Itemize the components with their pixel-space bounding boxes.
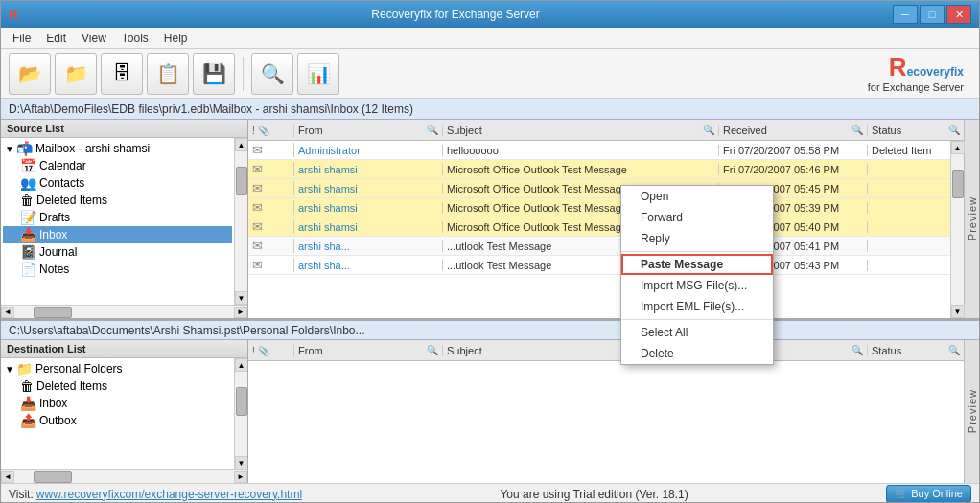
- dest-scroll-right[interactable]: ►: [234, 471, 247, 483]
- email-row-4[interactable]: ✉ arshi shamsi Microsoft Office Outlook …: [248, 198, 964, 217]
- tree-item-deleted[interactable]: 🗑 Deleted Items: [3, 192, 232, 209]
- ctx-reply[interactable]: Reply: [621, 228, 773, 249]
- scroll-left-arrow[interactable]: ◄: [1, 307, 14, 318]
- tree-item-contacts[interactable]: 👥 Contacts: [3, 174, 232, 192]
- scroll-thumb[interactable]: [236, 167, 247, 195]
- dest-tree-item-deleted[interactable]: 🗑 Deleted Items: [3, 377, 232, 395]
- col-header-status: Status 🔍: [868, 125, 964, 136]
- dest-tree-item-folders[interactable]: ▼ 📁 Personal Folders: [3, 360, 232, 377]
- tree-item-journal[interactable]: 📓 Journal: [3, 243, 232, 261]
- menu-file[interactable]: File: [5, 30, 38, 47]
- scroll-down-arrow[interactable]: ▼: [235, 291, 248, 305]
- open-edb-button[interactable]: 📂: [9, 53, 51, 95]
- email-row-1[interactable]: ✉ Administrator helloooooo Fri 07/20/200…: [248, 141, 964, 160]
- email-rows: ✉ Administrator helloooooo Fri 07/20/200…: [248, 141, 964, 318]
- logo-text: ecoveryfix: [907, 65, 964, 79]
- dest-scroll-thumb[interactable]: [236, 387, 247, 416]
- menu-tools[interactable]: Tools: [114, 30, 156, 47]
- tree-item-inbox[interactable]: 📥 Inbox: [3, 226, 232, 243]
- source-h-scrollbar[interactable]: ◄ ►: [1, 305, 247, 318]
- tree-item-mailbox[interactable]: ▼ 📬 Mailbox - arshi shamsi: [3, 140, 232, 157]
- buy-online-button[interactable]: 🛒 Buy Online: [886, 485, 971, 503]
- search-button[interactable]: 🔍: [251, 53, 293, 95]
- report-button[interactable]: 📊: [297, 53, 339, 95]
- subject-search-icon[interactable]: 🔍: [703, 125, 714, 135]
- database-button[interactable]: 🗄: [101, 53, 143, 95]
- col-header-subject: Subject 🔍: [443, 125, 719, 136]
- tree-item-drafts[interactable]: 📝 Drafts: [3, 209, 232, 226]
- visit-label: Visit:: [9, 488, 34, 501]
- open-button[interactable]: 📁: [55, 53, 97, 95]
- row2-icons: ✉: [248, 162, 294, 176]
- ctx-open[interactable]: Open: [621, 186, 773, 207]
- h-scroll-thumb[interactable]: [34, 307, 72, 318]
- dest-h-scrollbar[interactable]: ◄ ►: [1, 469, 247, 483]
- personal-folders-icon: 📁: [16, 361, 33, 377]
- tree-item-calendar[interactable]: 📅 Calendar: [3, 157, 232, 174]
- dest-email-header: ! 📎 From 🔍 Subject Received 🔍 Status: [248, 340, 964, 361]
- maximize-button[interactable]: □: [920, 5, 945, 24]
- dest-scroll-down[interactable]: ▼: [235, 456, 248, 469]
- close-button[interactable]: ✕: [946, 5, 971, 24]
- deleted-icon: 🗑: [20, 193, 34, 208]
- status-link[interactable]: www.recoveryfixcom/exchange-server-recov…: [36, 488, 302, 501]
- row6-from: arshi sha...: [294, 240, 443, 252]
- row1-icons: ✉: [248, 143, 294, 157]
- menu-view[interactable]: View: [74, 30, 114, 47]
- tree-item-notes[interactable]: 📄 Notes: [3, 261, 232, 278]
- email-scroll-down[interactable]: ▼: [951, 305, 965, 318]
- received-search-icon[interactable]: 🔍: [852, 125, 863, 135]
- email-row-2[interactable]: ✉ arshi shamsi Microsoft Office Outlook …: [248, 160, 964, 179]
- dest-from-search-icon[interactable]: 🔍: [427, 345, 438, 355]
- dest-scroll-left[interactable]: ◄: [1, 471, 14, 483]
- path-bar: D:\Aftab\DemoFiles\EDB files\priv1.edb\M…: [1, 99, 979, 120]
- dest-scrollbar[interactable]: ▲ ▼: [234, 358, 247, 469]
- journal-icon: 📓: [20, 244, 36, 260]
- contacts-icon: 👥: [20, 175, 36, 191]
- ctx-select-all[interactable]: Select All: [621, 322, 773, 343]
- scroll-right-arrow[interactable]: ►: [234, 307, 247, 318]
- row2-subject: Microsoft Office Outlook Test Message: [443, 164, 719, 175]
- dest-received-search-icon[interactable]: 🔍: [852, 345, 863, 355]
- status-search-icon[interactable]: 🔍: [948, 125, 960, 135]
- menu-edit[interactable]: Edit: [38, 30, 74, 47]
- ctx-divider-2: [621, 319, 773, 320]
- ctx-forward[interactable]: Forward: [621, 207, 773, 228]
- ctx-divider-1: [621, 251, 773, 252]
- email-row-6[interactable]: ✉ arshi sha... ...utlook Test Message Fr…: [248, 237, 964, 256]
- ctx-paste-message[interactable]: Paste Message: [621, 254, 773, 275]
- ctx-delete[interactable]: Delete: [621, 343, 773, 364]
- from-search-icon[interactable]: 🔍: [427, 125, 438, 135]
- dest-h-thumb[interactable]: [34, 471, 72, 483]
- dest-email-panel: ! 📎 From 🔍 Subject Received 🔍 Status: [248, 340, 964, 483]
- ctx-import-eml[interactable]: Import EML File(s)...: [621, 296, 773, 317]
- email-row-3[interactable]: ✉ arshi shamsi Microsoft Office Outlook …: [248, 179, 964, 198]
- menu-help[interactable]: Help: [156, 30, 196, 47]
- ctx-import-msg[interactable]: Import MSG File(s)...: [621, 275, 773, 296]
- inbox-icon: 📥: [20, 227, 36, 242]
- copy-button[interactable]: 📋: [147, 53, 189, 95]
- source-scrollbar[interactable]: ▲ ▼: [234, 138, 247, 305]
- dest-deleted-icon: 🗑: [20, 378, 34, 394]
- menu-bar: File Edit View Tools Help: [1, 28, 979, 49]
- toolbar-divider: [243, 57, 244, 91]
- email-scroll-up[interactable]: ▲: [951, 141, 965, 154]
- dest-scroll-up[interactable]: ▲: [235, 358, 248, 372]
- scroll-up-arrow[interactable]: ▲: [235, 138, 248, 151]
- dest-preview-label: Preview: [967, 389, 978, 433]
- dest-tree-item-outbox[interactable]: 📤 Outbox: [3, 412, 232, 429]
- col-header-from: From 🔍: [294, 125, 443, 136]
- email-scroll-thumb[interactable]: [952, 170, 964, 198]
- email-v-scrollbar[interactable]: ▲ ▼: [950, 141, 964, 318]
- row1-subject: helloooooo: [443, 145, 719, 156]
- dest-tree-item-inbox[interactable]: 📥 Inbox: [3, 395, 232, 412]
- dest-inbox-icon: 📥: [20, 396, 36, 411]
- minimize-button[interactable]: ─: [893, 5, 918, 24]
- source-preview-tab[interactable]: Preview: [964, 120, 979, 318]
- email-row-5[interactable]: ✉ arshi shamsi Microsoft Office Outlook …: [248, 217, 964, 237]
- status-bar: Visit: www.recoveryfixcom/exchange-serve…: [1, 483, 979, 503]
- dest-status-search-icon[interactable]: 🔍: [948, 345, 960, 355]
- save-button[interactable]: 💾: [193, 53, 235, 95]
- email-row-7[interactable]: ✉ arshi sha... ...utlook Test Message Fr…: [248, 256, 964, 275]
- dest-preview-tab[interactable]: Preview: [964, 340, 979, 483]
